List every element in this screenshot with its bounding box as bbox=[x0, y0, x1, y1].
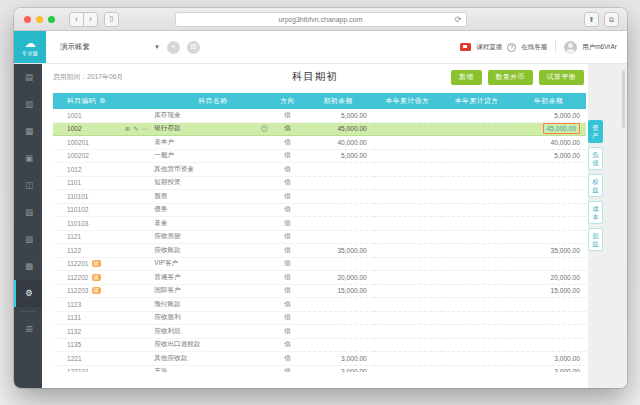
table-row[interactable]: 1131 应收股利 借 bbox=[53, 312, 586, 326]
ytd-debit-cell[interactable] bbox=[373, 244, 442, 258]
opening-balance-cell[interactable] bbox=[303, 312, 372, 326]
ytd-debit-cell[interactable] bbox=[373, 190, 442, 204]
zoom-window-button[interactable] bbox=[48, 16, 55, 23]
ytd-debit-cell[interactable] bbox=[373, 217, 442, 231]
year-start-balance-cell[interactable] bbox=[511, 339, 586, 353]
ytd-credit-cell[interactable] bbox=[442, 190, 511, 204]
opening-balance-cell[interactable]: 3,000.00 bbox=[303, 352, 372, 366]
year-start-balance-cell[interactable]: 35,000.00 bbox=[511, 244, 586, 258]
opening-balance-cell[interactable]: 20,000.00 bbox=[303, 271, 372, 285]
ytd-credit-cell[interactable] bbox=[442, 352, 511, 366]
sidebar-item-ledger[interactable]: ▥ bbox=[14, 91, 42, 118]
year-start-balance-cell[interactable] bbox=[511, 163, 586, 177]
ytd-credit-cell[interactable] bbox=[442, 271, 511, 285]
ytd-debit-cell[interactable] bbox=[373, 339, 442, 353]
opening-balance-cell[interactable] bbox=[303, 204, 372, 218]
ytd-credit-cell[interactable] bbox=[442, 312, 511, 326]
close-window-button[interactable] bbox=[24, 16, 31, 23]
ytd-debit-cell[interactable] bbox=[373, 136, 442, 150]
year-start-balance-cell[interactable]: 45,000.00 bbox=[511, 123, 586, 137]
sidebar-item-inventory[interactable]: ▧ bbox=[14, 199, 42, 226]
table-row[interactable]: 1122 应收账款 借 35,000.00 35,000.00 bbox=[53, 244, 586, 258]
year-start-balance-cell[interactable] bbox=[511, 204, 586, 218]
sidebar-item-settings[interactable]: ⚙ bbox=[14, 280, 42, 307]
sidebar-item-funds[interactable]: ▣ bbox=[14, 145, 42, 172]
sidebar-item-reports[interactable]: ▦ bbox=[14, 118, 42, 145]
ytd-debit-cell[interactable] bbox=[373, 325, 442, 339]
year-start-balance-cell[interactable]: 40,000.00 bbox=[511, 136, 586, 150]
opening-balance-cell[interactable] bbox=[303, 231, 372, 245]
edit-account-icon[interactable]: ✎ bbox=[133, 126, 138, 133]
add-account-button[interactable]: + bbox=[167, 41, 180, 54]
ytd-credit-cell[interactable] bbox=[442, 298, 511, 312]
year-start-balance-cell[interactable] bbox=[511, 312, 586, 326]
sidebar-item-invoice[interactable]: ◫ bbox=[14, 172, 42, 199]
table-row[interactable]: 1132 应收利息 借 bbox=[53, 325, 586, 339]
minimize-window-button[interactable] bbox=[36, 16, 43, 23]
ytd-credit-cell[interactable] bbox=[442, 244, 511, 258]
table-row[interactable]: 1123 预付账款 借 bbox=[53, 298, 586, 312]
table-row[interactable]: 122101 王浩 借 3,000.00 3,000.00 bbox=[53, 366, 586, 373]
opening-balance-cell[interactable] bbox=[303, 339, 372, 353]
table-row[interactable]: 110101 股票 借 bbox=[53, 190, 586, 204]
table-row[interactable]: 1135 应收出口退税款 借 bbox=[53, 339, 586, 353]
apps-menu-button[interactable]: ⊞ bbox=[187, 41, 200, 54]
ytd-credit-cell[interactable] bbox=[442, 325, 511, 339]
quantity-currency-button[interactable]: 数量外币 bbox=[488, 70, 533, 85]
opening-balance-cell[interactable] bbox=[303, 325, 372, 339]
table-row[interactable]: 1221 其他应收款 借 3,000.00 3,000.00 bbox=[53, 352, 586, 366]
ytd-credit-cell[interactable] bbox=[442, 339, 511, 353]
ytd-credit-cell[interactable] bbox=[442, 217, 511, 231]
table-row[interactable]: 100201 基本户 借 40,000.00 40,000.00 bbox=[53, 136, 586, 150]
year-start-balance-cell[interactable]: 20,000.00 bbox=[511, 271, 586, 285]
ytd-debit-cell[interactable] bbox=[373, 285, 442, 299]
year-start-balance-cell[interactable] bbox=[511, 325, 586, 339]
ytd-debit-cell[interactable] bbox=[373, 163, 442, 177]
table-row[interactable]: 110103 基金 借 bbox=[53, 217, 586, 231]
year-start-balance-cell[interactable] bbox=[511, 190, 586, 204]
table-row[interactable]: 1101 短期投资 借 bbox=[53, 177, 586, 191]
ytd-debit-cell[interactable] bbox=[373, 366, 442, 373]
refresh-icon[interactable]: ⟳ bbox=[455, 16, 462, 24]
add-sub-account-icon[interactable]: ⊕ bbox=[125, 126, 130, 133]
opening-balance-cell[interactable]: 5,000.00 bbox=[303, 109, 372, 123]
sidebar-item-salary[interactable]: ▨ bbox=[14, 226, 42, 253]
column-settings-icon[interactable]: ⚙ bbox=[99, 97, 106, 105]
table-row[interactable]: 112202 辅 普通客户 借 20,000.00 20,000.00 bbox=[53, 271, 586, 285]
online-support-link[interactable]: 在线客服 bbox=[521, 43, 547, 52]
ytd-debit-cell[interactable] bbox=[373, 177, 442, 191]
table-row[interactable]: 112201 辅 VIP客户 借 bbox=[53, 258, 586, 272]
account-set-selector[interactable]: 演示账套 bbox=[60, 42, 90, 52]
ytd-debit-cell[interactable] bbox=[373, 271, 442, 285]
opening-balance-cell[interactable] bbox=[303, 163, 372, 177]
ytd-credit-cell[interactable] bbox=[442, 231, 511, 245]
share-icon[interactable]: ⬆ bbox=[584, 12, 599, 27]
scrollbar-thumb[interactable] bbox=[622, 70, 625, 128]
opening-balance-cell[interactable] bbox=[303, 258, 372, 272]
avatar[interactable] bbox=[564, 41, 577, 54]
ytd-credit-cell[interactable] bbox=[442, 136, 511, 150]
year-start-balance-cell[interactable] bbox=[511, 217, 586, 231]
address-bar[interactable]: urpcg3hlbfvn.chanapp.com ⟳ bbox=[175, 12, 467, 27]
edited-value-box[interactable]: 45,000.00 bbox=[543, 123, 580, 134]
more-actions-icon[interactable]: ⋯ bbox=[142, 126, 149, 133]
category-tab-成本[interactable]: 成本 bbox=[588, 201, 603, 224]
tabs-icon[interactable]: ⧉ bbox=[604, 12, 619, 27]
opening-balance-cell[interactable]: 45,000.00 bbox=[303, 123, 372, 137]
ytd-credit-cell[interactable] bbox=[442, 285, 511, 299]
ytd-credit-cell[interactable] bbox=[442, 163, 511, 177]
ytd-credit-cell[interactable] bbox=[442, 150, 511, 164]
live-course-link[interactable]: 课程直播 bbox=[476, 43, 502, 52]
ytd-credit-cell[interactable] bbox=[442, 204, 511, 218]
year-start-balance-cell[interactable] bbox=[511, 231, 586, 245]
opening-balance-cell[interactable]: 5,000.00 bbox=[303, 150, 372, 164]
year-start-balance-cell[interactable]: 3,000.00 bbox=[511, 366, 586, 373]
sidebar-item-apps[interactable]: ⊞ bbox=[14, 316, 42, 343]
category-tab-损益[interactable]: 损益 bbox=[588, 228, 603, 251]
opening-balance-cell[interactable] bbox=[303, 177, 372, 191]
forward-button[interactable]: › bbox=[83, 13, 97, 26]
trial-balance-button[interactable]: 试算平衡 bbox=[539, 70, 584, 85]
opening-balance-cell[interactable]: 15,000.00 bbox=[303, 285, 372, 299]
sidebar-item-voucher[interactable]: ▤ bbox=[14, 64, 42, 91]
table-row[interactable]: 110102 债券 借 bbox=[53, 204, 586, 218]
